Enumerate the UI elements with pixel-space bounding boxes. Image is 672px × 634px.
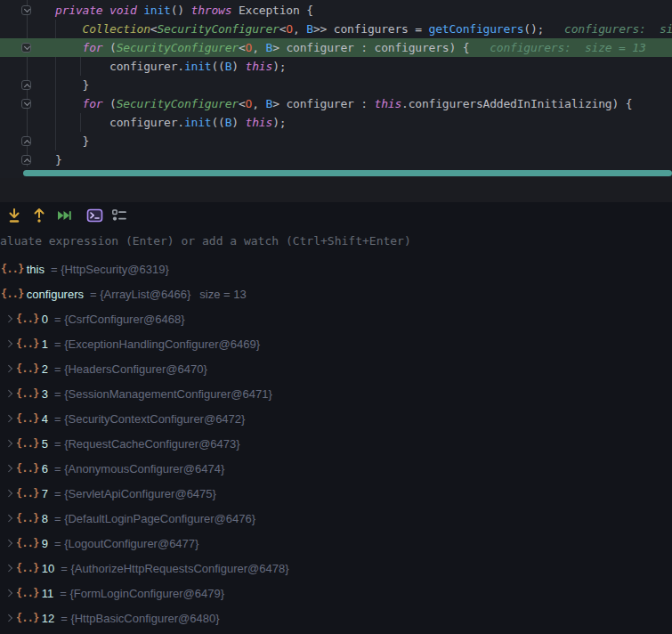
fold-expanded-icon[interactable]	[21, 99, 31, 109]
variable-name: 10	[42, 562, 54, 575]
code-token: init	[184, 60, 212, 73]
variable-row-6[interactable]: {..}6= {AnonymousConfigurer@6474}	[0, 456, 672, 481]
variable-row-11[interactable]: {..}11= {FormLoginConfigurer@6479}	[0, 581, 672, 606]
fold-collapse-end-icon[interactable]	[21, 80, 31, 90]
code-token: > configurer :	[272, 97, 374, 110]
variable-row-2[interactable]: {..}2= {HeadersConfigurer@6470}	[0, 356, 672, 381]
code-token: SecurityConfigurer	[117, 97, 239, 110]
expand-chevron-icon[interactable]	[4, 337, 16, 350]
code-token: for	[83, 41, 103, 54]
variable-row-configurers[interactable]: {..}configurers= {ArrayList@6466}size = …	[0, 281, 672, 306]
variable-row-8[interactable]: {..}8= {DefaultLoginPageConfigurer@6476}	[0, 506, 672, 531]
code-line: private void init() throws Exception {	[0, 1, 672, 20]
step-into-button[interactable]	[4, 205, 25, 226]
code-token: ((	[211, 116, 224, 129]
variable-row-7[interactable]: {..}7= {ServletApiConfigurer@6475}	[0, 481, 672, 506]
variable-row-0[interactable]: {..}0= {CsrfConfigurer@6468}	[0, 306, 672, 331]
code-token: init	[143, 4, 171, 17]
ide-debugger-view: private void init() throws Exception { C…	[0, 0, 672, 634]
expand-chevron-icon[interactable]	[4, 362, 16, 375]
code-token: ,	[252, 97, 265, 110]
expand-chevron-icon[interactable]	[4, 412, 16, 425]
horizontal-scrollbar[interactable]	[23, 170, 672, 176]
variable-row-10[interactable]: {..}10= {AuthorizeHttpRequestsConfigurer…	[0, 556, 672, 581]
fold-collapse-end-icon[interactable]	[21, 155, 31, 165]
code-token: (	[102, 97, 116, 110]
variable-value: = {LogoutConfigurer@6477}	[54, 537, 198, 550]
code-token: this	[246, 60, 273, 73]
expand-chevron-icon[interactable]	[4, 562, 16, 574]
code-line: for (SecurityConfigurer<O, B> configurer…	[0, 94, 672, 113]
variable-row-3[interactable]: {..}3= {SessionManagementConfigurer@6471…	[0, 381, 672, 406]
expand-chevron-icon[interactable]	[4, 587, 16, 599]
expand-chevron-icon[interactable]	[4, 612, 16, 624]
layout-options-button[interactable]	[109, 205, 130, 226]
variable-row-9[interactable]: {..}9= {LogoutConfigurer@6477}	[0, 531, 672, 556]
code-token: B	[266, 97, 273, 110]
variable-row-this[interactable]: {..}this= {HttpSecurity@6319}	[0, 256, 672, 281]
object-braces-icon: {..}	[16, 313, 39, 325]
code-token: ,	[293, 22, 306, 36]
code-line: }	[0, 76, 672, 94]
variable-row-4[interactable]: {..}4= {SecurityContextConfigurer@6472}	[0, 406, 672, 431]
variable-name: 0	[42, 313, 48, 326]
variables-tree: {..}this= {HttpSecurity@6319}{..}configu…	[0, 256, 672, 630]
code-token: for	[83, 97, 103, 110]
fold-expanded-icon[interactable]	[21, 43, 31, 53]
expand-chevron-icon[interactable]	[4, 387, 16, 400]
variable-name: 5	[42, 437, 48, 451]
variable-row-12[interactable]: {..}12= {HttpBasicConfigurer@6480}	[0, 606, 672, 630]
code-token: ,	[252, 41, 265, 54]
fold-collapse-end-icon[interactable]	[21, 136, 31, 146]
code-token: void	[109, 4, 137, 17]
code-token: <	[239, 41, 246, 54]
variable-name: configurers	[27, 288, 84, 301]
code-token: init	[184, 116, 212, 129]
code-token: <	[239, 97, 246, 110]
code-token: Collection	[83, 22, 150, 36]
variable-value: = {HeadersConfigurer@6470}	[54, 362, 207, 376]
execution-line: for (SecurityConfigurer<O, B> configurer…	[0, 38, 672, 57]
inline-debug-hint: configurers: size = 13	[544, 22, 672, 36]
expand-chevron-icon[interactable]	[4, 313, 16, 325]
step-out-icon	[31, 207, 47, 224]
code-token	[55, 41, 83, 54]
variable-name: 3	[42, 387, 48, 401]
object-braces-icon: {..}	[16, 537, 39, 549]
object-braces-icon: {..}	[16, 387, 39, 400]
code-editor[interactable]: private void init() throws Exception { C…	[0, 0, 672, 178]
variable-name: 2	[42, 362, 48, 376]
fold-expanded-icon[interactable]	[21, 5, 31, 15]
code-token: SecurityConfigurer	[157, 22, 279, 36]
evaluate-expression-hint[interactable]: aluate expression (Enter) or add a watch…	[0, 234, 411, 248]
expand-chevron-icon[interactable]	[4, 462, 16, 475]
variable-name: 4	[42, 412, 48, 426]
expand-chevron-icon[interactable]	[4, 437, 16, 450]
evaluate-expression-button[interactable]	[84, 205, 105, 226]
step-out-button[interactable]	[28, 205, 50, 226]
code-token: SecurityConfigurer	[117, 41, 239, 54]
variable-name: 6	[42, 462, 48, 476]
expand-chevron-icon[interactable]	[4, 512, 16, 524]
object-braces-icon: {..}	[1, 288, 24, 300]
run-to-cursor-button[interactable]	[53, 205, 75, 226]
object-braces-icon: {..}	[16, 462, 39, 475]
panel-separator-strip	[0, 178, 672, 202]
code-token: getConfigurers	[429, 22, 524, 36]
code-line: }	[0, 132, 672, 150]
evaluate-expression-icon	[86, 207, 103, 224]
expand-chevron-icon[interactable]	[4, 487, 16, 500]
variable-value: = {ArrayList@6466}	[90, 288, 190, 301]
object-braces-icon: {..}	[16, 487, 39, 500]
variable-row-1[interactable]: {..}1= {ExceptionHandlingConfigurer@6469…	[0, 331, 672, 356]
variable-row-5[interactable]: {..}5= {RequestCacheConfigurer@6473}	[0, 431, 672, 456]
object-braces-icon: {..}	[1, 263, 24, 275]
variable-value: = {AnonymousConfigurer@6474}	[54, 462, 224, 476]
expand-chevron-icon[interactable]	[4, 537, 16, 549]
code-token	[55, 97, 83, 110]
code-token: this	[375, 97, 402, 110]
debug-panel: aluate expression (Enter) or add a watch…	[0, 202, 672, 634]
debug-toolbar	[0, 204, 130, 227]
variable-name: 7	[42, 487, 48, 500]
code-lines: private void init() throws Exception { C…	[0, 1, 672, 169]
